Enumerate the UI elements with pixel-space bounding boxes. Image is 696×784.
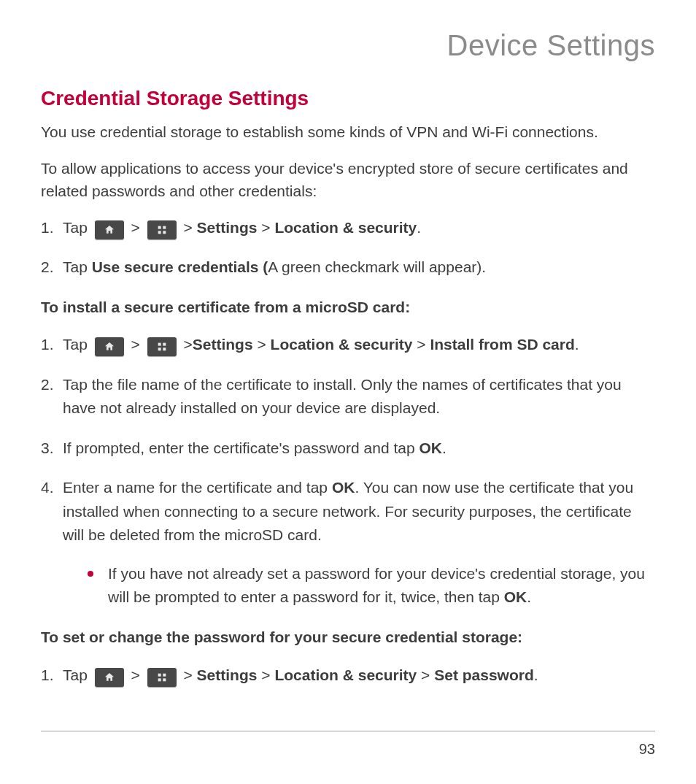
- apps-icon: [147, 337, 177, 356]
- list-item: Tap Use secure credentials (A green chec…: [41, 255, 655, 280]
- list-item: Tap > > Settings > Location & security.: [41, 216, 655, 240]
- separator: >: [184, 336, 193, 353]
- svg-rect-11: [163, 678, 166, 681]
- note-bullet-list: If you have not already set a password f…: [63, 562, 655, 610]
- button-label-ok: OK: [332, 479, 355, 496]
- separator: >: [261, 219, 274, 236]
- text: .: [575, 336, 579, 353]
- svg-rect-2: [158, 231, 161, 234]
- menu-path-settings: Settings: [197, 666, 258, 683]
- menu-path-settings: Settings: [197, 219, 258, 236]
- menu-path-settings: Settings: [193, 336, 253, 353]
- button-label-ok: OK: [504, 588, 527, 605]
- text: .: [417, 219, 421, 236]
- procedure-list-c: Tap > > Settings > Location & security >…: [41, 664, 655, 688]
- separator: >: [184, 219, 197, 236]
- separator: >: [131, 336, 144, 353]
- text: Tap: [63, 258, 92, 275]
- list-item: If you have not already set a password f…: [88, 562, 655, 610]
- chapter-title: Device Settings: [41, 29, 655, 62]
- svg-rect-3: [163, 231, 166, 234]
- intro-paragraph-2: To allow applications to access your dev…: [41, 157, 655, 203]
- text: Tap: [63, 219, 92, 236]
- svg-rect-9: [163, 673, 166, 676]
- text: .: [527, 588, 531, 605]
- button-label-ok: OK: [419, 439, 442, 456]
- list-item: Tap > > Settings > Location & security >…: [41, 664, 655, 688]
- list-item: Enter a name for the certificate and tap…: [41, 476, 655, 610]
- text: .: [534, 666, 538, 683]
- menu-path-location-security: Location & security: [274, 666, 417, 683]
- separator: >: [184, 666, 197, 683]
- svg-rect-0: [158, 226, 161, 228]
- svg-rect-1: [163, 226, 166, 228]
- list-item: If prompted, enter the certificate's pas…: [41, 437, 655, 461]
- menu-path-set-password: Set password: [434, 666, 534, 683]
- separator: >: [417, 336, 430, 353]
- sub-heading-set-password: To set or change the password for your s…: [41, 626, 655, 649]
- procedure-list-b: Tap > >Settings > Location & security > …: [41, 333, 655, 610]
- procedure-list-a: Tap > > Settings > Location & security. …: [41, 216, 655, 280]
- svg-rect-8: [158, 673, 161, 676]
- text: A green checkmark will appear).: [268, 258, 486, 275]
- sub-heading-install-cert: To install a secure certificate from a m…: [41, 296, 655, 319]
- list-item: Tap the file name of the certificate to …: [41, 373, 655, 420]
- svg-rect-10: [158, 678, 161, 681]
- footer-rule: [41, 731, 655, 731]
- page-number: 93: [639, 741, 655, 758]
- section-heading: Credential Storage Settings: [41, 87, 655, 110]
- text: Tap: [63, 666, 92, 683]
- text: Enter a name for the certificate and tap: [63, 479, 332, 496]
- home-icon: [95, 668, 124, 687]
- intro-paragraph-1: You use credential storage to establish …: [41, 120, 655, 144]
- text: If prompted, enter the certificate's pas…: [63, 439, 419, 456]
- menu-path-install-sd: Install from SD card: [430, 336, 574, 353]
- separator: >: [417, 666, 434, 683]
- home-icon: [95, 220, 124, 239]
- home-icon: [95, 337, 124, 356]
- manual-page: Device Settings Credential Storage Setti…: [0, 0, 696, 784]
- separator: >: [131, 219, 144, 236]
- separator: >: [131, 666, 144, 683]
- text: .: [442, 439, 446, 456]
- svg-rect-5: [163, 343, 166, 346]
- menu-path-location-security: Location & security: [274, 219, 417, 236]
- separator: >: [257, 336, 270, 353]
- svg-rect-7: [163, 347, 166, 350]
- separator: >: [257, 666, 274, 683]
- list-item: Tap > >Settings > Location & security > …: [41, 333, 655, 357]
- apps-icon: [147, 220, 177, 239]
- text: If you have not already set a password f…: [108, 565, 645, 606]
- text: Tap: [63, 336, 92, 353]
- svg-rect-4: [158, 343, 161, 346]
- option-use-secure-credentials: Use secure credentials (: [92, 258, 268, 275]
- apps-icon: [147, 668, 177, 687]
- menu-path-location-security: Location & security: [271, 336, 413, 353]
- svg-rect-6: [158, 347, 161, 350]
